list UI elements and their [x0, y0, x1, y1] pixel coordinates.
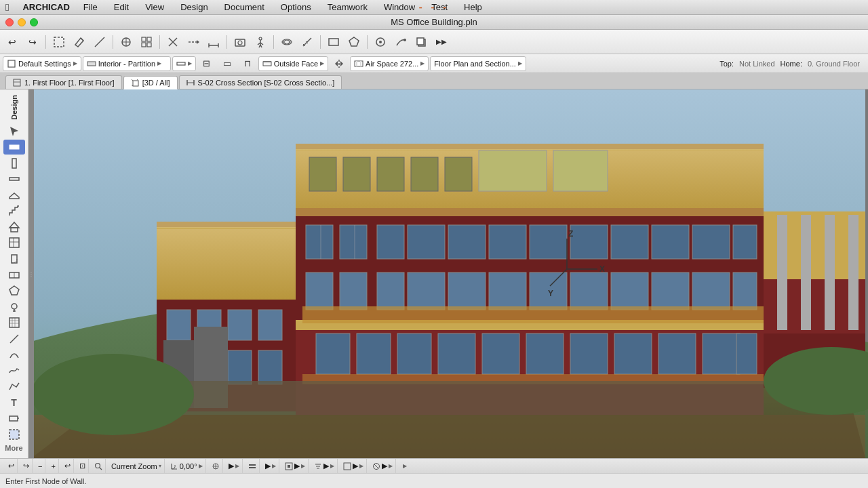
more-label[interactable]: More: [5, 441, 22, 455]
status-redo[interactable]: ↪: [20, 459, 33, 473]
status-zoom-level[interactable]: Current Zoom ▾: [108, 459, 165, 473]
maximize-button[interactable]: [30, 18, 38, 26]
tool-line[interactable]: [3, 331, 25, 346]
air-space-dropdown[interactable]: Air Space 272... ▶: [350, 56, 429, 71]
svg-rect-45: [14, 79, 20, 86]
tool-window[interactable]: [3, 268, 25, 283]
tab-3d-all[interactable]: [3D / All]: [123, 76, 178, 89]
svg-rect-118: [167, 310, 191, 340]
flip-button[interactable]: [330, 54, 349, 73]
tool-beam[interactable]: [3, 171, 25, 186]
status-angle[interactable]: 0,00° ▶: [167, 459, 206, 473]
camera-button[interactable]: [231, 33, 250, 52]
status-navigator[interactable]: [92, 459, 106, 473]
svg-rect-43: [356, 61, 357, 66]
default-settings-dropdown[interactable]: Default Settings ▶: [3, 56, 81, 71]
tool-wall[interactable]: [3, 140, 25, 155]
more-tools-button[interactable]: ▶▶: [432, 33, 451, 52]
status-existing[interactable]: ▶: [399, 459, 410, 473]
tool-arrow[interactable]: [3, 124, 25, 139]
status-scope[interactable]: ▶ ▶: [282, 459, 309, 473]
status-scale[interactable]: ▶ ▶: [226, 459, 243, 473]
dimension-button[interactable]: [204, 33, 223, 52]
angle-value-label: 0,00°: [180, 462, 197, 470]
tool-slab[interactable]: [3, 188, 25, 203]
status-undo[interactable]: ↩: [5, 459, 18, 473]
tool-arc[interactable]: [3, 348, 25, 363]
walk-button[interactable]: [251, 33, 270, 52]
close-button[interactable]: [5, 18, 14, 26]
tool-door[interactable]: [3, 251, 25, 266]
tool-lamp[interactable]: [3, 300, 25, 314]
measure-button[interactable]: [298, 33, 317, 52]
paint-button[interactable]: [391, 33, 410, 52]
wall-trap-button[interactable]: ⊓: [238, 54, 257, 73]
resize-handle-left[interactable]: ⋮: [28, 89, 34, 458]
grid-button[interactable]: [137, 33, 156, 52]
status-layer[interactable]: [245, 459, 260, 473]
marquee-button[interactable]: [50, 33, 68, 52]
tool-column[interactable]: [3, 156, 25, 171]
tool-zone[interactable]: [3, 427, 25, 442]
tool-polyline[interactable]: [3, 380, 25, 394]
pencil-button[interactable]: [70, 33, 89, 52]
status-text: Enter First Node of Wall.: [5, 477, 86, 485]
viewport[interactable]: ⋮: [28, 89, 868, 458]
snap-button[interactable]: [117, 33, 136, 52]
menu-edit[interactable]: Edit: [111, 2, 132, 12]
menu-view[interactable]: View: [142, 2, 167, 12]
orbit-button[interactable]: [277, 33, 296, 52]
status-override[interactable]: ▶ ▶: [370, 459, 396, 473]
rectangle-button[interactable]: [324, 33, 343, 52]
status-fit[interactable]: ⊡: [77, 459, 89, 473]
redo-button[interactable]: ↪: [23, 33, 42, 52]
menu-window[interactable]: Window: [381, 2, 418, 12]
floor-plan-dropdown[interactable]: Floor Plan and Section... ▶: [430, 56, 526, 71]
svg-rect-127: [316, 333, 350, 374]
status-zoom-in[interactable]: +: [48, 459, 58, 473]
menu-options[interactable]: Options: [278, 2, 314, 12]
tool-text[interactable]: T: [3, 395, 25, 410]
face-type-dropdown[interactable]: Outside Face ▶: [258, 56, 328, 71]
svg-rect-175: [249, 464, 256, 466]
svg-rect-42: [355, 61, 363, 66]
menu-teamwork[interactable]: Teamwork: [325, 2, 370, 12]
home-value: 0. Ground Floor: [808, 60, 860, 68]
tool-fill[interactable]: [3, 315, 25, 330]
copy-button[interactable]: [412, 33, 431, 52]
svg-rect-114: [733, 272, 757, 310]
tb-sep-6: [320, 35, 321, 49]
tool-roof[interactable]: [3, 220, 25, 235]
wall-ref-button[interactable]: ⊟: [197, 54, 216, 73]
menu-document[interactable]: Document: [222, 2, 267, 12]
menu-help[interactable]: Help: [461, 2, 485, 12]
tool-curtain-wall[interactable]: [3, 236, 25, 251]
menu-file[interactable]: File: [81, 2, 100, 12]
tab-cross-section[interactable]: S-02 Cross Section [S-02 Cross Sectio...…: [179, 75, 342, 89]
tool-object[interactable]: [3, 283, 25, 298]
status-model[interactable]: ▶ ▶: [262, 459, 279, 473]
status-zoom-out[interactable]: −: [35, 459, 45, 473]
status-plans[interactable]: ▶ ▶: [340, 459, 367, 473]
status-snap[interactable]: [209, 459, 223, 473]
status-zoom-prev[interactable]: ↩: [62, 459, 74, 473]
minimize-button[interactable]: [18, 18, 26, 26]
section-cut-button[interactable]: [184, 33, 203, 52]
wall-rect-button[interactable]: ▭: [218, 54, 237, 73]
left-sidebar: Design: [0, 89, 28, 458]
edit-button[interactable]: [371, 33, 390, 52]
tool-stair[interactable]: [3, 204, 25, 219]
line-tool-button[interactable]: [90, 33, 109, 52]
wall-shape-dropdown[interactable]: ▶: [172, 56, 196, 71]
tool-label[interactable]: [3, 411, 25, 426]
status-custom-filter[interactable]: ▶ ▶: [311, 459, 338, 473]
tool-spline[interactable]: [3, 363, 25, 378]
undo-button[interactable]: ↩: [3, 33, 22, 52]
home-label: Home:: [781, 60, 802, 68]
polygon-button[interactable]: [344, 33, 363, 52]
wall-type-dropdown[interactable]: Interior - Partition ▶: [83, 56, 171, 71]
wall-type-label: Interior - Partition: [98, 60, 155, 68]
cross-button[interactable]: [163, 33, 182, 52]
menu-design[interactable]: Design: [178, 2, 210, 12]
tab-first-floor[interactable]: 1. First Floor [1. First Floor]: [5, 75, 122, 89]
